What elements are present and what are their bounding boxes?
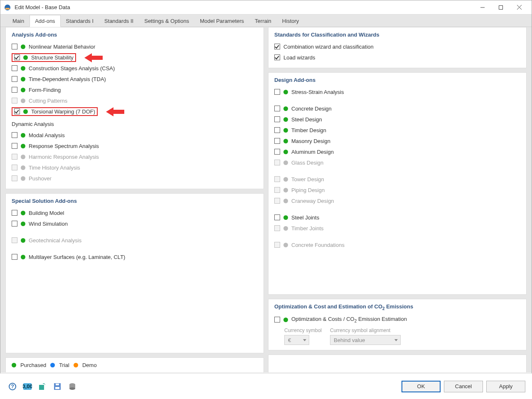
cancel-button[interactable]: Cancel	[444, 381, 483, 392]
addon-row: Building Model	[12, 207, 258, 218]
addon-label: Concrete Design	[291, 106, 332, 112]
addon-label: Wind Simulation	[29, 221, 68, 227]
svg-text:?: ?	[11, 383, 14, 389]
panel-standards: Standards for Classification and Wizards…	[268, 27, 527, 68]
checkbox[interactable]	[12, 254, 17, 260]
blank-panel	[268, 355, 527, 373]
currency-align-select[interactable]: Behind value	[330, 335, 401, 345]
checkbox[interactable]	[274, 106, 280, 111]
tab-terrain[interactable]: Terrain	[249, 15, 277, 27]
checkbox[interactable]	[12, 65, 17, 71]
addon-label: Timber Design	[291, 127, 326, 133]
checkbox[interactable]	[274, 44, 280, 49]
checkbox[interactable]	[274, 116, 280, 122]
checkbox[interactable]	[274, 127, 280, 133]
database-icon[interactable]	[66, 381, 78, 392]
currency-align-label: Currency symbol alignment	[330, 328, 401, 333]
status-dot	[21, 44, 25, 49]
titlebar: Edit Model - Base Data	[0, 0, 532, 15]
currency-symbol-select[interactable]: €	[284, 335, 309, 345]
tab-strip: MainAdd-onsStandards IStandards IISettin…	[0, 15, 532, 27]
addon-row: Construction Stages Analysis (CSA)	[12, 63, 258, 74]
currency-symbol-label: Currency symbol	[284, 328, 322, 333]
addon-row: Multilayer Surfaces (e.g. Laminate, CLT)	[12, 251, 258, 262]
addon-label: Time History Analysis	[29, 165, 80, 171]
tab-model-parameters[interactable]: Model Parameters	[195, 15, 249, 27]
status-dot	[283, 160, 288, 165]
checkbox[interactable]	[274, 138, 280, 144]
status-dot	[21, 155, 25, 159]
checkbox[interactable]	[274, 214, 280, 220]
addon-label: Multilayer Surfaces (e.g. Laminate, CLT)	[29, 254, 125, 260]
checkbox[interactable]	[12, 132, 17, 138]
maximize-button[interactable]	[492, 2, 510, 13]
addon-label: Glass Design	[291, 160, 323, 166]
svg-rect-10	[39, 385, 44, 390]
checkbox[interactable]	[14, 108, 20, 114]
tab-settings-options[interactable]: Settings & Options	[139, 15, 195, 27]
status-dot	[21, 211, 25, 215]
checkbox[interactable]	[12, 44, 17, 49]
addon-label: Piping Design	[291, 187, 325, 193]
checkbox[interactable]	[12, 221, 17, 227]
tab-add-ons[interactable]: Add-ons	[30, 15, 60, 27]
help-icon[interactable]: ?	[7, 381, 18, 392]
legend-demo: Demo	[82, 362, 97, 368]
standards-row: Combination wizard and classification	[274, 41, 520, 52]
addon-label: Steel Design	[291, 116, 322, 123]
checkbox	[274, 242, 280, 248]
addon-label: Concrete Foundations	[291, 242, 345, 248]
panel-analysis-addons: Analysis Add-ons Nonlinear Material Beha…	[5, 27, 264, 189]
tab-history[interactable]: History	[277, 15, 304, 27]
content-area: Analysis Add-ons Nonlinear Material Beha…	[0, 27, 532, 373]
status-dot	[283, 139, 288, 143]
status-dot	[283, 318, 288, 322]
checkbox[interactable]	[274, 89, 280, 95]
checkbox[interactable]	[274, 149, 280, 155]
status-dot-green	[12, 363, 16, 367]
close-button[interactable]	[510, 2, 528, 13]
checkbox[interactable]	[12, 76, 17, 82]
units-icon[interactable]: 0,00	[22, 381, 33, 392]
checkbox	[274, 176, 280, 182]
tab-main[interactable]: Main	[7, 15, 30, 27]
svg-rect-3	[499, 5, 503, 9]
ok-button[interactable]: OK	[401, 381, 441, 392]
status-dot	[21, 238, 25, 243]
apply-button[interactable]: Apply	[486, 381, 525, 392]
svg-rect-12	[55, 387, 59, 389]
save-icon[interactable]	[52, 381, 63, 392]
status-dot	[283, 177, 288, 182]
checkbox	[274, 198, 280, 204]
status-dot	[283, 150, 288, 154]
checkbox[interactable]	[12, 210, 17, 216]
checkbox[interactable]	[274, 54, 280, 60]
tab-standards-ii[interactable]: Standards II	[99, 15, 139, 27]
window-title: Edit Model - Base Data	[15, 4, 473, 10]
status-dot	[23, 109, 28, 114]
minimize-button[interactable]	[473, 2, 492, 13]
tab-standards-i[interactable]: Standards I	[61, 15, 99, 27]
addon-row: Tower Design	[274, 174, 520, 185]
legend-trial: Trial	[59, 362, 69, 368]
checkbox[interactable]	[14, 54, 20, 60]
addon-row: Wind Simulation	[12, 218, 258, 229]
checkbox	[274, 225, 280, 231]
export-icon[interactable]	[37, 381, 48, 392]
checkbox	[12, 237, 17, 243]
addon-row: Harmonic Response Analysis	[12, 151, 258, 162]
status-dot	[21, 66, 25, 71]
status-dot	[283, 243, 288, 247]
addon-row: Glass Design	[274, 157, 520, 168]
legend: Purchased Trial Demo	[5, 357, 264, 373]
checkbox[interactable]	[12, 143, 17, 149]
checkbox[interactable]	[12, 87, 17, 93]
panel-special-solution: Special Solution Add-ons Building ModelW…	[5, 193, 264, 353]
checkbox-optimization[interactable]	[274, 317, 280, 323]
optimization-row: Optimization & Costs / CO2 Emission Esti…	[274, 314, 520, 325]
addon-row: Pushover	[12, 173, 258, 184]
addon-row: Timber Design	[274, 125, 520, 135]
addon-label: Tower Design	[291, 176, 324, 182]
status-dot	[21, 133, 25, 138]
panel-title: Optimization & Cost and Estimation of CO…	[274, 303, 520, 311]
